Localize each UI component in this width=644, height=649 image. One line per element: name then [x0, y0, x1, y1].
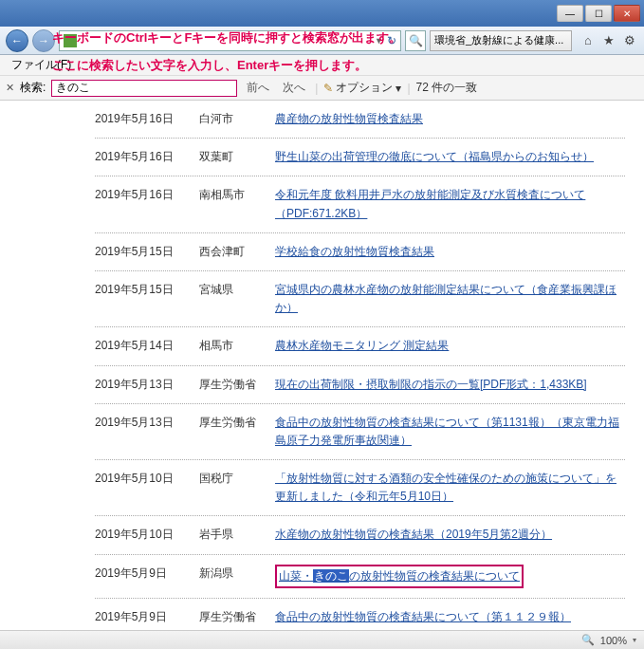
result-row: 2019年5月16日南相馬市令和元年度 飲料用井戸水の放射能測定及び水質検査につ… [95, 176, 625, 232]
result-date: 2019年5月16日 [95, 110, 199, 128]
result-date: 2019年5月14日 [95, 337, 199, 355]
result-link[interactable]: 山菜・きのこの放射性物質の検査結果について [279, 569, 520, 583]
chevron-down-icon: ▾ [396, 82, 401, 95]
tab-title: 環境省_放射線による健康... [434, 33, 563, 47]
result-date: 2019年5月9日 [95, 565, 199, 588]
result-link-cell: 「放射性物質に対する酒類の安全性確保のための施策について」を更新しました（令和元… [275, 470, 625, 506]
result-link-cell: 食品中の放射性物質の検査結果について（第１１２９報） [275, 608, 625, 626]
result-row: 2019年5月16日白河市農産物の放射性物質検査結果 [95, 101, 625, 139]
result-date: 2019年5月16日 [95, 148, 199, 166]
maximize-button[interactable]: ☐ [585, 5, 612, 22]
find-prev-button[interactable]: 前へ [243, 80, 273, 96]
result-org: 厚生労働省 [199, 376, 275, 394]
tools-icon[interactable]: ⚙ [621, 32, 638, 49]
result-date: 2019年5月15日 [95, 281, 199, 317]
result-link[interactable]: 農林水産物モニタリング 測定結果 [275, 339, 449, 352]
find-label: 検索: [20, 80, 46, 96]
result-org: 岩手県 [199, 526, 275, 544]
result-link-cell: 現在の出荷制限・摂取制限の指示の一覧[PDF形式：1,433KB] [275, 376, 625, 394]
result-date: 2019年5月15日 [95, 243, 199, 261]
result-link[interactable]: 野生山菜の出荷管理の徹底について（福島県からのお知らせ） [275, 150, 594, 163]
zoom-icon[interactable]: 🔍 [581, 634, 595, 646]
result-link[interactable]: 現在の出荷制限・摂取制限の指示の一覧[PDF形式：1,433KB] [275, 378, 587, 391]
result-org: 新潟県 [199, 565, 275, 588]
result-date: 2019年5月10日 [95, 526, 199, 544]
result-row: 2019年5月13日厚生労働省食品中の放射性物質の検査結果について（第1131報… [95, 404, 625, 460]
browser-tab[interactable]: 環境省_放射線による健康... [430, 30, 572, 51]
result-row: 2019年5月9日厚生労働省食品中の放射性物質の検査結果について（第１１２９報） [95, 599, 625, 630]
result-date: 2019年5月9日 [95, 608, 199, 626]
result-org: 白河市 [199, 110, 275, 128]
window-titlebar: — ☐ ✕ [0, 0, 644, 27]
result-link[interactable]: 農産物の放射性物質検査結果 [275, 112, 423, 125]
menu-bar: ファイル(F) ここに検索したい文字を入力し、Enterキーを押します。 [0, 55, 644, 76]
result-date: 2019年5月13日 [95, 414, 199, 450]
zoom-dropdown-icon[interactable]: ▾ [633, 636, 636, 644]
result-link-cell: 農林水産物モニタリング 測定結果 [275, 337, 625, 355]
result-row: 2019年5月15日宮城県宮城県内の農林水産物の放射能測定結果について（食産業振… [95, 271, 625, 327]
result-row: 2019年5月14日相馬市農林水産物モニタリング 測定結果 [95, 327, 625, 365]
result-link[interactable]: 宮城県内の農林水産物の放射能測定結果について（食産業振興課ほか） [275, 283, 616, 314]
result-org: 南相馬市 [199, 186, 275, 222]
search-button[interactable]: 🔍 [405, 30, 426, 51]
result-link[interactable]: 水産物の放射性物質の検査結果（2019年5月第2週分） [275, 528, 552, 541]
window-controls: — ☐ ✕ [557, 5, 640, 22]
result-link-cell: 学校給食の放射性物質検査結果 [275, 243, 625, 261]
result-link[interactable]: 「放射性物質に対する酒類の安全性確保のための施策について」を更新しました（令和元… [275, 472, 616, 503]
close-button[interactable]: ✕ [614, 5, 640, 22]
result-link-cell: 水産物の放射性物質の検査結果（2019年5月第2週分） [275, 526, 625, 544]
separator: | [315, 82, 318, 95]
page-content[interactable]: 2019年5月16日白河市農産物の放射性物質検査結果2019年5月16日双葉町野… [0, 101, 644, 630]
result-link-cell: 野生山菜の出荷管理の徹底について（福島県からのお知らせ） [275, 148, 625, 166]
annotation-enter: ここに検索したい文字を入力し、Enterキーを押します。 [52, 57, 367, 74]
result-row: 2019年5月15日西会津町学校給食の放射性物質検査結果 [95, 233, 625, 271]
result-link-cell: 宮城県内の農林水産物の放射能測定結果について（食産業振興課ほか） [275, 281, 625, 317]
result-org: 厚生労働省 [199, 414, 275, 450]
back-button[interactable]: ← [6, 29, 28, 52]
result-date: 2019年5月10日 [95, 470, 199, 506]
result-link-cell: 山菜・きのこの放射性物質の検査結果について [275, 565, 625, 588]
favorites-icon[interactable]: ★ [600, 32, 617, 49]
ie-toolbar: ⌂ ★ ⚙ [580, 32, 638, 49]
result-org: 厚生労働省 [199, 608, 275, 626]
find-match-count: 72 件の一致 [416, 80, 478, 96]
address-bar: キーボードのCtrlキーとFキーを同時に押すと検索窓が出ます。 ← → ▼ ↻ … [0, 27, 644, 55]
pencil-icon: ✎ [323, 82, 333, 95]
find-close-icon[interactable]: ✕ [6, 82, 14, 94]
search-highlight: きのこ [313, 569, 349, 583]
result-date: 2019年5月16日 [95, 186, 199, 222]
result-link-cell: 食品中の放射性物質の検査結果について（第1131報）（東京電力福島原子力発電所事… [275, 414, 625, 450]
result-org: 西会津町 [199, 243, 275, 261]
zoom-level: 100% [600, 635, 627, 646]
find-input[interactable] [51, 80, 237, 97]
result-date: 2019年5月13日 [95, 376, 199, 394]
result-link[interactable]: 食品中の放射性物質の検査結果について（第1131報）（東京電力福島原子力発電所事… [275, 416, 619, 447]
find-options-button[interactable]: ✎ オプション ▾ [323, 80, 401, 96]
separator: | [407, 82, 410, 95]
result-link[interactable]: 食品中の放射性物質の検査結果について（第１１２９報） [275, 610, 571, 623]
result-row: 2019年5月9日新潟県山菜・きのこの放射性物質の検査結果について [95, 555, 625, 599]
result-row: 2019年5月10日岩手県水産物の放射性物質の検査結果（2019年5月第2週分） [95, 516, 625, 554]
annotation-ctrl-f: キーボードのCtrlキーとFキーを同時に押すと検索窓が出ます。 [52, 29, 401, 46]
status-bar: 🔍 100% ▾ [0, 630, 644, 649]
result-row: 2019年5月10日国税庁「放射性物質に対する酒類の安全性確保のための施策につい… [95, 460, 625, 516]
result-org: 双葉町 [199, 148, 275, 166]
minimize-button[interactable]: — [557, 5, 583, 22]
result-link-cell: 農産物の放射性物質検査結果 [275, 110, 625, 128]
home-icon[interactable]: ⌂ [580, 32, 597, 49]
find-bar: ✕ 検索: 前へ 次へ | ✎ オプション ▾ | 72 件の一致 [0, 76, 644, 101]
result-org: 国税庁 [199, 470, 275, 506]
highlighted-result: 山菜・きのこの放射性物質の検査結果について [275, 565, 524, 588]
result-link[interactable]: 令和元年度 飲料用井戸水の放射能測定及び水質検査について（PDF:671.2KB… [275, 188, 585, 219]
result-row: 2019年5月16日双葉町野生山菜の出荷管理の徹底について（福島県からのお知らせ… [95, 139, 625, 176]
result-org: 相馬市 [199, 337, 275, 355]
result-link-cell: 令和元年度 飲料用井戸水の放射能測定及び水質検査について（PDF:671.2KB… [275, 186, 625, 222]
result-row: 2019年5月13日厚生労働省現在の出荷制限・摂取制限の指示の一覧[PDF形式：… [95, 366, 625, 404]
result-org: 宮城県 [199, 281, 275, 317]
search-icon: 🔍 [409, 34, 423, 47]
find-options-label: オプション [336, 80, 393, 96]
find-next-button[interactable]: 次へ [279, 80, 309, 96]
result-link[interactable]: 学校給食の放射性物質検査結果 [275, 245, 434, 258]
